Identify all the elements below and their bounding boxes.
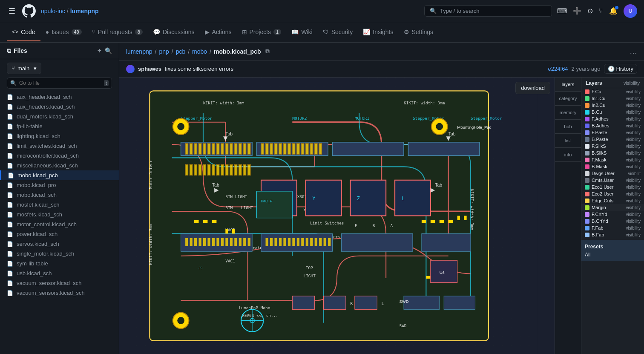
nav-code[interactable]: <> Code [7,23,40,41]
add-file-button[interactable]: + [98,47,101,55]
layer-visibility-toggle[interactable]: visibility [626,103,641,108]
side-tab-memory[interactable]: memory [555,106,581,120]
list-item[interactable]: 📄miscellaneous.kicad_sch [0,161,119,170]
layer-visibility-toggle[interactable]: visibility [626,124,641,128]
layer-visibility-toggle[interactable]: visibility [626,158,641,162]
list-item[interactable]: 📄power.kicad_sch [0,229,119,239]
list-item[interactable]: 📄vacuum_sensors.kicad_sch [0,288,119,298]
list-item[interactable]: 📄aux_headers.kicad_sch [0,102,119,112]
layer-row: Dwgs.User visibilit [581,170,644,177]
list-item[interactable]: 📄sym-lib-table [0,259,119,268]
list-item[interactable]: 📄usb.kicad_sch [0,268,119,278]
layer-visibility-toggle[interactable]: visibility [626,144,641,149]
nav-wiki[interactable]: 📖 Wiki [286,23,317,41]
hamburger-button[interactable]: ☰ [7,5,17,17]
nav-prs[interactable]: ⑂ Pull requests 8 [87,23,148,41]
layer-visibility-toggle[interactable]: visibility [626,164,641,169]
layer-visibility-toggle[interactable]: visibility [626,233,641,237]
svg-rect-166 [283,238,286,246]
svg-rect-171 [306,238,308,246]
side-tab-info[interactable]: info [555,148,581,162]
side-tab-layers[interactable]: layers [555,78,581,92]
go-to-file-input[interactable] [7,78,112,89]
list-item[interactable]: 📄dual_motors.kicad_sch [0,112,119,121]
history-button[interactable]: 🕐 History [604,64,637,74]
side-tab-list[interactable]: list [555,134,581,148]
layer-name: F.SilkS [592,144,624,149]
svg-text:SWD: SWD [400,323,407,328]
pr-icon-button[interactable]: ⑂ [599,7,603,15]
avatar[interactable]: U [624,4,637,18]
list-item[interactable]: 📄lighting.kicad_sch [0,131,119,141]
list-item[interactable]: 📄mobo.kicad_pcb [0,170,119,180]
layer-visibility-toggle[interactable]: visibility [626,151,641,155]
list-item[interactable]: 📄aux_header.kicad_sch [0,92,119,102]
list-item[interactable]: 📄fp-lib-table [0,121,119,131]
download-button[interactable]: download [515,82,550,94]
presets-all-option[interactable]: All [585,250,641,259]
layer-visibility-toggle[interactable]: visibility [626,219,641,224]
nav-discussions[interactable]: 💬 Discussions [148,23,200,41]
layer-visibility-toggle[interactable]: visibility [626,205,641,210]
file-name: single_motor.kicad_sch [17,250,74,257]
layer-visibility-toggle[interactable]: visibilit [628,171,641,176]
breadcrumb-pnp[interactable]: pnp [159,48,169,55]
layer-visibility-toggle[interactable]: visibility [626,212,641,217]
list-item[interactable]: 📄mobo.kicad_sch [0,190,119,200]
issue-icon-button[interactable]: ⊙ [587,7,593,15]
svg-rect-92 [221,164,224,175]
layer-visibility-toggle[interactable]: visibility [626,130,641,135]
file-breadcrumb-bar: lumenpnp / pnp / pcb / mobo / mobo.kicad… [119,43,644,60]
layer-visibility-toggle[interactable]: visibility [626,96,641,101]
terminal-icon-button[interactable]: ⌨ [557,7,567,15]
nav-security[interactable]: 🛡 Security [318,23,358,41]
repo-owner-link[interactable]: opulo-inc [41,8,65,14]
svg-rect-93 [225,164,228,175]
breadcrumb-pcb[interactable]: pcb [176,48,186,55]
list-item[interactable]: 📄mosfet.kicad_sch [0,200,119,210]
layer-visibility-toggle[interactable]: visibility [626,110,641,115]
search-files-button[interactable]: 🔍 [105,47,112,55]
layer-color-swatch [585,212,589,217]
svg-rect-54 [408,142,479,155]
layer-visibility-toggle[interactable]: visibility [626,117,641,121]
breadcrumb-mobo[interactable]: mobo [192,48,207,55]
breadcrumb-lumenpnp[interactable]: lumenpnp [126,48,152,55]
nav-insights[interactable]: 📈 Insights [358,23,398,41]
svg-rect-174 [319,238,322,246]
list-item[interactable]: 📄motor_control.kicad_sch [0,219,119,229]
layer-visibility-toggle[interactable]: visibility [626,192,641,196]
layer-visibility-toggle[interactable]: visibility [626,137,641,142]
nav-issues[interactable]: ● Issues 49 [40,23,87,41]
layer-visibility-toggle[interactable]: visibility [626,226,641,230]
list-item[interactable]: 📄limit_switches.kicad_sch [0,141,119,151]
svg-rect-94 [230,164,233,175]
kebab-menu-button[interactable]: … [630,47,637,56]
layer-visibility-toggle[interactable]: visibility [626,199,641,203]
nav-projects[interactable]: ⊞ Projects 1 [237,23,287,41]
side-tab-hub[interactable]: hub [555,120,581,134]
branch-selector-button[interactable]: ⑂ main ▾ [7,63,41,74]
layer-visibility-toggle[interactable]: visibility [626,185,641,190]
notification-icon-button[interactable]: 🔔 [609,7,618,15]
plus-icon-button[interactable]: ➕ [573,7,581,15]
search-box[interactable]: 🔍 Type / to search [424,5,552,17]
file-name: lighting.kicad_sch [17,133,60,139]
copy-path-button[interactable]: ⧉ [265,48,270,55]
side-tab-category[interactable]: category [555,92,581,106]
layer-name: F.Paste [592,130,624,135]
nav-actions[interactable]: ▶ Actions [200,23,237,41]
repo-name-link[interactable]: lumenpnp [70,8,99,14]
layer-visibility-toggle[interactable]: visibility [626,89,641,94]
list-item[interactable]: 📄single_motor.kicad_sch [0,249,119,259]
list-item[interactable]: 📄mosfets.kicad_sch [0,210,119,219]
layer-visibility-toggle[interactable]: visibility [626,178,641,183]
list-item[interactable]: 📄mobo.kicad_pro [0,180,119,190]
list-item[interactable]: 📄vacuum_sensor.kicad_sch [0,278,119,288]
list-item[interactable]: 📄microcontroller.kicad_sch [0,151,119,161]
nav-settings[interactable]: ⚙ Settings [399,23,439,41]
list-item[interactable]: 📄servos.kicad_sch [0,239,119,249]
svg-rect-150 [199,238,201,246]
pr-icon: ⑂ [92,29,95,35]
pcb-canvas[interactable]: KIKIT: width: 3mm KIKIT: width: 3mm Step… [119,78,555,354]
